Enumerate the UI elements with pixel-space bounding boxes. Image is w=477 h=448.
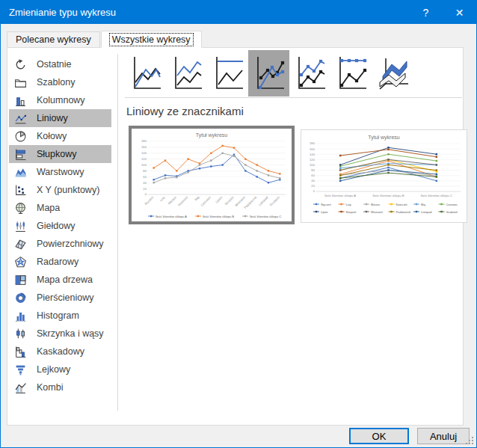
svg-text:Grudzień: Grudzień <box>446 211 458 214</box>
svg-text:Ilość klientów sklepu A: Ilość klientów sklepu A <box>324 194 356 197</box>
funnel-chart-icon <box>14 363 27 376</box>
svg-text:Marzec: Marzec <box>167 195 177 205</box>
sidebar-item-bar-chart[interactable]: Słupkowy <box>9 145 111 163</box>
sidebar-item-label: Histogram <box>37 310 79 321</box>
treemap-chart-icon <box>14 274 27 286</box>
sidebar-item-box-whisker-chart[interactable]: Skrzynka i wąsy <box>9 325 111 343</box>
cancel-button[interactable]: Anuluj <box>417 428 470 444</box>
sidebar-divider <box>117 54 118 411</box>
svg-text:180: 180 <box>310 141 316 145</box>
dialog-title: Zmienianie typu wykresu <box>9 7 409 18</box>
sidebar-item-folder[interactable]: Szablony <box>9 73 111 91</box>
line-with-markers-icon <box>252 54 286 93</box>
ok-button[interactable]: OK <box>349 428 409 444</box>
sidebar-item-area-chart[interactable]: Warstwowy <box>9 163 111 181</box>
svg-text:Czerwiec: Czerwiec <box>446 203 458 206</box>
column-chart-icon <box>14 94 27 107</box>
svg-text:Tytuł wykresu: Tytuł wykresu <box>368 135 400 141</box>
sidebar-item-map-chart[interactable]: Mapa <box>9 199 111 217</box>
svg-text:120: 120 <box>310 158 316 162</box>
sidebar-item-doughnut-chart[interactable]: Pierścieniowy <box>9 289 111 307</box>
svg-text:Kwiecień: Kwiecień <box>396 203 407 206</box>
sidebar-item-combo-chart[interactable]: Kombi <box>9 378 111 396</box>
stacked-line-with-markers-icon <box>293 54 327 93</box>
svg-text:Sierpień: Sierpień <box>346 211 357 214</box>
subtype-line-with-markers[interactable] <box>248 50 289 96</box>
folder-icon <box>14 76 27 89</box>
doughnut-chart-icon <box>14 292 27 304</box>
sidebar-item-column-chart[interactable]: Kolumnowy <box>9 91 111 109</box>
svg-text:160: 160 <box>141 145 147 149</box>
map-chart-icon <box>14 202 27 215</box>
sidebar-item-radar-chart[interactable]: Radarowy <box>9 253 111 271</box>
sidebar-item-label: Mapa drzewa <box>37 274 93 285</box>
svg-text:Ilość klientów sklepu A: Ilość klientów sklepu A <box>156 215 187 218</box>
sidebar-item-label: Pierścieniowy <box>37 292 93 303</box>
svg-text:Lipiec: Lipiec <box>215 195 223 203</box>
sidebar-item-stock-chart[interactable]: Giełdowy <box>9 217 111 235</box>
pie-chart-icon <box>14 130 27 143</box>
svg-text:Tytuł wykresu: Tytuł wykresu <box>196 132 228 138</box>
subtype-stacked-line-with-markers[interactable] <box>289 50 330 96</box>
chart-preview-selected[interactable]: Tytuł wykresu020406080100120140160180Sty… <box>129 126 295 224</box>
sidebar-item-surface-chart[interactable]: Powierzchniowy <box>9 235 111 253</box>
svg-text:60: 60 <box>311 174 315 177</box>
sidebar-item-treemap-chart[interactable]: Mapa drzewa <box>9 271 111 289</box>
subtype-stacked-line[interactable] <box>166 50 207 96</box>
help-button[interactable]: ? <box>409 1 443 24</box>
sidebar-item-histogram-chart[interactable]: Histogram <box>9 307 111 325</box>
svg-text:Listopad: Listopad <box>258 195 269 206</box>
sidebar-item-label: Lejkowy <box>37 364 70 375</box>
sidebar-item-recent[interactable]: Ostatnie <box>9 55 111 73</box>
svg-text:Październik: Październik <box>396 211 411 214</box>
area-chart-icon <box>14 166 27 179</box>
svg-text:80: 80 <box>311 168 315 172</box>
sidebar-item-label: Słupkowy <box>37 149 77 159</box>
svg-text:160: 160 <box>310 147 316 151</box>
svg-text:Czerwiec: Czerwiec <box>200 195 212 207</box>
sidebar-item-label: Giełdowy <box>37 221 75 231</box>
svg-text:80: 80 <box>143 169 147 173</box>
histogram-chart-icon <box>14 310 27 322</box>
sidebar-item-pie-chart[interactable]: Kołowy <box>9 127 111 145</box>
svg-text:60: 60 <box>143 175 147 179</box>
svg-text:Październik: Październik <box>244 195 258 209</box>
svg-text:20: 20 <box>311 184 315 188</box>
sidebar-item-label: Kolumnowy <box>37 95 85 105</box>
stacked-line-icon <box>170 54 204 93</box>
subtype-100-stacked-line[interactable] <box>207 50 248 96</box>
3d-line-icon <box>375 54 410 93</box>
surface-chart-icon <box>14 238 27 251</box>
chart-preview-alternate[interactable]: Tytuł wykresu020406080100120140160180Ilo… <box>301 129 467 223</box>
svg-text:Marzec: Marzec <box>371 203 381 206</box>
close-button[interactable]: ✕ <box>443 1 476 24</box>
tab-recommended-charts[interactable]: Polecane wykresy <box>7 31 100 47</box>
resize-grip-icon[interactable] <box>466 437 474 445</box>
chart-subtype-row <box>125 50 413 96</box>
sidebar-item-waterfall-chart[interactable]: Kaskadowy <box>9 343 111 360</box>
sidebar-item-funnel-chart[interactable]: Lejkowy <box>9 360 111 378</box>
tab-all-charts[interactable]: Wszystkie wykresy <box>101 31 202 48</box>
subtype-line[interactable] <box>125 50 166 96</box>
sidebar-item-label: Warstwowy <box>37 167 84 177</box>
scatter-chart-icon <box>14 184 27 197</box>
subtype-100-stacked-line-with-markers[interactable] <box>330 50 372 96</box>
svg-text:0: 0 <box>313 189 316 193</box>
sidebar-item-scatter-chart[interactable]: X Y (punktowy) <box>9 181 111 199</box>
combo-chart-icon <box>14 381 27 394</box>
sidebar-item-line-chart[interactable]: Liniowy <box>9 109 111 127</box>
sidebar-item-label: Kołowy <box>37 131 67 141</box>
sidebar-item-label: Radarowy <box>37 257 79 267</box>
subtype-3d-line[interactable] <box>372 50 413 96</box>
svg-text:40: 40 <box>143 181 147 185</box>
box-whisker-chart-icon <box>14 328 27 340</box>
sidebar-item-label: X Y (punktowy) <box>37 185 99 195</box>
svg-text:Ilość klientów sklepu C: Ilość klientów sklepu C <box>250 215 281 218</box>
subtype-separator <box>125 97 462 98</box>
tab-strip: Polecane wykresy Wszystkie wykresy <box>7 30 203 47</box>
svg-text:Wrzesień: Wrzesień <box>371 211 383 214</box>
recent-icon <box>14 58 27 71</box>
100-stacked-line-with-markers-icon <box>334 54 369 93</box>
stock-chart-icon <box>14 220 27 233</box>
100-stacked-line-icon <box>211 54 245 93</box>
